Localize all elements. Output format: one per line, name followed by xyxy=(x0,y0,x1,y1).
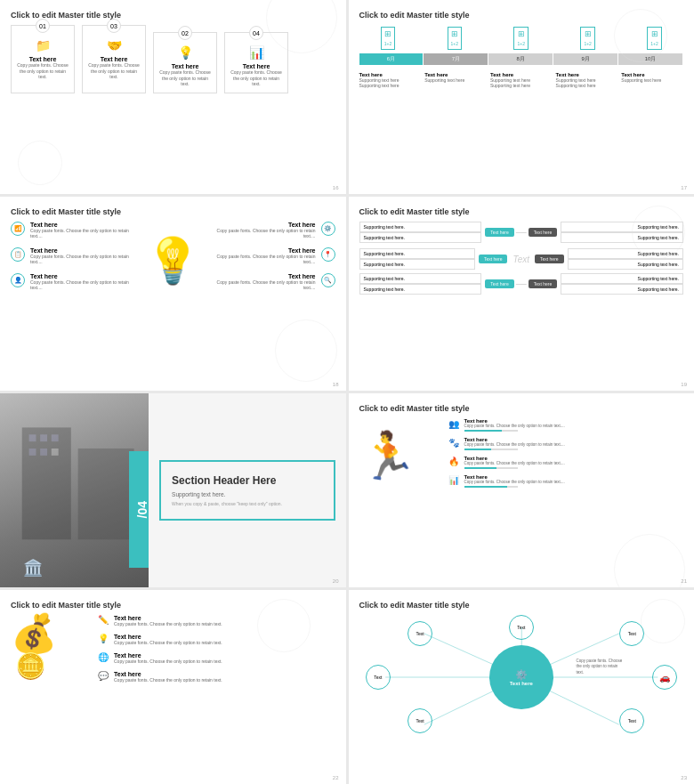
item1-num: 01 xyxy=(36,19,50,33)
s3-item2-title: Text here xyxy=(30,247,134,254)
slide-2: Click to edit Master title style ⊞1+2 ⊞1… xyxy=(349,0,695,194)
page6-num: 21 xyxy=(681,578,687,584)
s6-item2-desc: Copy paste fonts. Choose the only option… xyxy=(464,442,565,447)
s3-right2-text: Text here Copy paste fonts. Choose the o… xyxy=(211,247,315,264)
s6-chart-icon: 📊 xyxy=(448,475,459,485)
item3-label: Text here xyxy=(159,63,211,69)
s7-item3-desc: Copy paste fonts. Choose the only option… xyxy=(114,659,222,664)
s4-r2-teal: Text here xyxy=(479,255,508,263)
slide-4: Click to edit Master title style Support… xyxy=(349,197,695,391)
item2-num: 03 xyxy=(107,19,121,33)
s3-right-item-1: ⚙️ Text here Copy paste fonts. Choose th… xyxy=(211,222,335,238)
s8-node-tr: Text xyxy=(619,621,644,646)
person-icon: 👤 xyxy=(11,273,25,287)
slide3-title: Click to edit Master title style xyxy=(11,207,335,216)
wifi-icon: 📶 xyxy=(11,222,25,236)
s6-icon-2: 🐾 xyxy=(448,438,459,448)
s6-bar-4 xyxy=(464,486,518,488)
s3-item1-text: Text here Copy paste fonts. Choose the o… xyxy=(30,222,134,238)
slide3-right-list: ⚙️ Text here Copy paste fonts. Choose th… xyxy=(211,222,335,299)
slide5-number: /04 xyxy=(135,501,149,518)
timeline-item-1: Text here Supporting text here Supportin… xyxy=(359,72,422,88)
s7-item-1: ✏️ Text here Copy paste fonts. Choose th… xyxy=(98,615,335,626)
slide2-icons: ⊞1+2 ⊞1+2 ⊞1+2 ⊞1+2 ⊞1+2 xyxy=(359,27,684,50)
t-item3-sub2: Supporting text here xyxy=(490,83,553,88)
s8-label-tl: Text xyxy=(416,631,424,636)
slide5-bg: /04 🏛️ xyxy=(0,393,156,587)
building-texture xyxy=(8,413,148,568)
svg-rect-2 xyxy=(28,434,36,441)
folder-icon: 📁 xyxy=(17,38,69,53)
gear-icon: ⚙️ xyxy=(321,222,335,236)
coins-icon: 💰 xyxy=(11,615,91,652)
svg-rect-1 xyxy=(77,449,133,539)
timeline-icon-2: ⊞1+2 xyxy=(448,27,462,50)
s4-row3-left: Supporting text here. Supporting text he… xyxy=(359,273,482,295)
s8-node-t: Text xyxy=(509,615,534,640)
slide7-coins: 💰 🪙 xyxy=(11,615,91,690)
s3-right-item-2: 📍 Text here Copy paste fonts. Choose the… xyxy=(211,247,335,264)
item2-label: Text here xyxy=(88,56,140,62)
s3-item1-title: Text here xyxy=(30,222,134,228)
t-item1-sub2: Supporting text here xyxy=(359,83,422,88)
s6-item1-text: Text here Copy paste fonts. Choose the o… xyxy=(464,418,565,432)
s8-circle-l: Text xyxy=(366,665,391,690)
s6-fire-icon: 🔥 xyxy=(448,457,459,466)
slide5-header: Section Header Here xyxy=(172,474,322,487)
clipboard-icon: 📋 xyxy=(11,247,25,262)
slide6-content: 🏃 👥 Text here Copy paste fonts. Choose t… xyxy=(359,418,684,493)
t-item2-sub: Supporting text here xyxy=(424,77,487,83)
slide4-diagram: Supporting text here. Supporting text he… xyxy=(359,222,684,295)
s6-item-3: 🔥 Text here Copy paste fonts. Choose the… xyxy=(448,456,684,469)
s7-item4-title: Text here xyxy=(114,671,222,677)
timeline-icon-1: ⊞1+2 xyxy=(381,27,395,50)
light-icon: 💡 xyxy=(159,45,211,60)
s4-r1-dark: Text here xyxy=(529,228,558,237)
s7-item4-text: Text here Copy paste fonts. Choose the o… xyxy=(114,671,222,683)
s3-right2-title: Text here xyxy=(211,247,315,254)
s7-item1-title: Text here xyxy=(114,615,222,621)
s4-r3-r2: Supporting text here. xyxy=(561,284,683,295)
slide3-bulb: 💡 xyxy=(141,222,204,299)
t-item5-sub: Supporting text here xyxy=(621,77,683,83)
slide3-left-list: 📶 Text here Copy paste fonts. Choose the… xyxy=(11,222,134,299)
s8-circle-r: 🚗 xyxy=(652,665,677,690)
s3-item3-title: Text here xyxy=(30,273,134,279)
slide8-diagram: Text Text Text ⚙️ Text here Text xyxy=(359,615,684,740)
s3-right2-desc: Copy paste fonts. Choose the only option… xyxy=(211,254,315,264)
s4-r2-l1: Supporting text here. xyxy=(359,248,475,259)
s6-item3-desc: Copy paste fonts. Choose the only option… xyxy=(464,461,565,465)
page4-num: 19 xyxy=(681,382,687,387)
slide6-figure: 🏃 xyxy=(359,418,440,493)
bulb-icon: 💡 xyxy=(145,238,200,283)
s6-icon-1: 👥 xyxy=(448,419,459,429)
s6-item4-desc: Copy paste fonts. Choose the only option… xyxy=(464,480,565,484)
s6-bar-2 xyxy=(464,449,518,450)
slide1-item-4: 04 📊 Text here Copy paste fonts. Choose … xyxy=(224,32,288,93)
s3-right1-text: Text here Copy paste fonts. Choose the o… xyxy=(211,222,315,238)
pencil-icon: ✏️ xyxy=(98,615,109,625)
s8-circle-bl: Text xyxy=(408,708,432,733)
s3-item-1: 📶 Text here Copy paste fonts. Choose the… xyxy=(11,222,134,238)
s4-r3-dark: Text here xyxy=(529,279,558,288)
s4-r1-l1: Supporting text here. xyxy=(359,222,482,232)
s4-r3-r1: Supporting text here. xyxy=(561,273,683,284)
chat-icon: 💬 xyxy=(98,671,109,681)
s8-circle-br: Text xyxy=(619,708,644,733)
s3-item3-text: Text here Copy paste fonts. Choose the o… xyxy=(30,273,134,290)
s4-r2-r2: Supporting text here. xyxy=(568,259,683,270)
s8-node-tl: Text xyxy=(408,621,432,646)
s4-r3-teal: Text here xyxy=(485,279,514,288)
page2-num: 17 xyxy=(681,185,687,190)
s6-bar-1 xyxy=(464,430,518,432)
timeline-icon-4: ⊞1+2 xyxy=(580,27,594,50)
s4-row2-right: Supporting text here. Supporting text he… xyxy=(568,248,683,270)
timeline-icon-5: ⊞1+2 xyxy=(647,27,661,50)
s4-r2-r1: Supporting text here. xyxy=(568,248,683,259)
svg-rect-7 xyxy=(52,449,59,456)
slide1-title: Click to edit Master title style xyxy=(11,11,335,20)
s7-item3-title: Text here xyxy=(114,652,222,659)
slide1-items: 01 📁 Text here Copy paste fonts. Choose … xyxy=(11,25,335,93)
s3-right-item-3: 🔍 Text here Copy paste fonts. Choose the… xyxy=(211,273,335,290)
s6-item3-text: Text here Copy paste fonts. Choose the o… xyxy=(464,456,565,469)
